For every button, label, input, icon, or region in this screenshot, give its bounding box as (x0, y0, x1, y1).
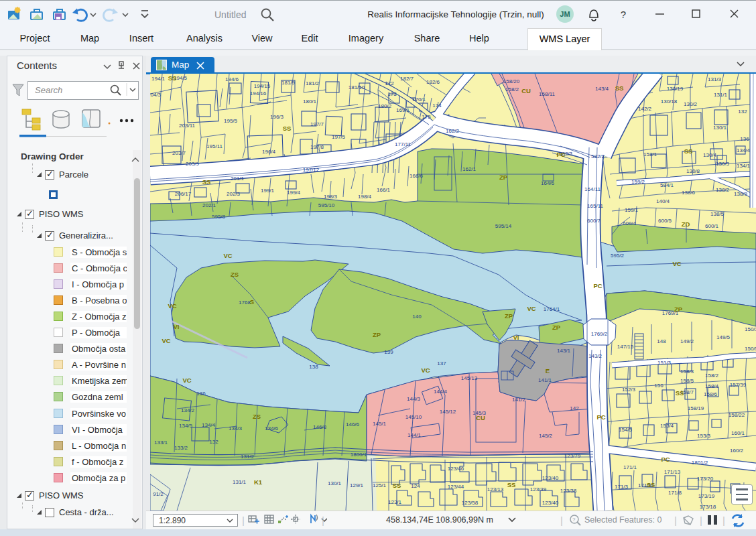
svg-text:147/15: 147/15 (617, 344, 634, 350)
svg-text:134/1: 134/1 (737, 163, 751, 169)
svg-text:Untitled: Untitled (214, 9, 246, 20)
svg-text:VI: VI (174, 323, 180, 330)
svg-text:123/58: 123/58 (462, 500, 479, 506)
svg-text:134/4: 134/4 (202, 422, 216, 428)
svg-text:JM: JM (560, 10, 570, 18)
svg-text:ZP: ZP (674, 306, 683, 313)
svg-text:160/1: 160/1 (731, 430, 745, 436)
svg-text:196/3: 196/3 (270, 114, 284, 120)
svg-text:SS: SS (507, 481, 516, 488)
svg-text:CU: CU (476, 414, 485, 421)
svg-text:159/1: 159/1 (625, 207, 639, 213)
svg-text:S: S (250, 298, 254, 306)
svg-text:123/79: 123/79 (564, 453, 581, 459)
svg-text:201/1: 201/1 (231, 176, 245, 182)
svg-text:595/2: 595/2 (611, 253, 625, 259)
svg-text:ZS: ZS (231, 271, 239, 278)
svg-text:197/12: 197/12 (303, 167, 320, 173)
svg-text:138/5: 138/5 (710, 211, 724, 217)
svg-text:91/2: 91/2 (153, 491, 164, 497)
svg-text:175: 175 (422, 114, 431, 120)
svg-text:SS: SS (647, 481, 655, 488)
svg-text:123/39: 123/39 (530, 486, 547, 492)
svg-text:197/7: 197/7 (310, 121, 324, 127)
svg-text:132: 132 (738, 109, 747, 115)
svg-text:PC: PC (593, 282, 602, 289)
svg-text:197/8: 197/8 (310, 144, 324, 150)
svg-text:130/19: 130/19 (667, 86, 684, 92)
svg-text:123/46: 123/46 (448, 466, 464, 472)
svg-text:145/12: 145/12 (440, 409, 456, 415)
svg-text:143/2: 143/2 (588, 353, 603, 359)
svg-text:133/2: 133/2 (174, 445, 188, 451)
svg-text:173/20: 173/20 (697, 476, 714, 482)
svg-text:145/10: 145/10 (405, 414, 422, 420)
svg-text:206/17: 206/17 (175, 191, 192, 197)
svg-text:VC: VC (182, 377, 191, 384)
svg-text:1768: 1768 (239, 299, 251, 306)
svg-text:134/6: 134/6 (265, 425, 279, 431)
svg-text:158/22: 158/22 (729, 412, 745, 418)
svg-text:SS: SS (684, 147, 693, 155)
svg-text:144/3: 144/3 (407, 396, 421, 402)
svg-text:180/1: 180/1 (303, 98, 317, 105)
svg-text:VC: VC (162, 337, 170, 344)
svg-text:584/1: 584/1 (660, 182, 674, 188)
svg-text:132: 132 (209, 439, 218, 445)
svg-text:595/14: 595/14 (495, 223, 512, 229)
svg-text:SS: SS (615, 84, 624, 92)
svg-text:1769/2: 1769/2 (591, 331, 608, 337)
svg-text:177/11: 177/11 (395, 141, 411, 147)
svg-text:203/9: 203/9 (186, 161, 200, 167)
svg-text:158/2: 158/2 (505, 86, 519, 92)
svg-text:123/40: 123/40 (542, 500, 559, 506)
svg-text:K1: K1 (254, 478, 263, 486)
svg-text:204/3: 204/3 (150, 92, 162, 98)
svg-text:SS: SS (168, 74, 177, 82)
svg-text:131/1: 131/1 (233, 479, 247, 485)
svg-text:199/1: 199/1 (261, 188, 275, 194)
svg-text:SS: SS (202, 178, 211, 186)
svg-text:139: 139 (384, 349, 393, 355)
svg-text:ZP: ZP (499, 174, 508, 181)
svg-text:600/7: 600/7 (587, 218, 601, 224)
svg-text:197/5: 197/5 (332, 134, 346, 140)
svg-text:VI: VI (513, 334, 519, 341)
svg-text:182/6: 182/6 (426, 79, 440, 85)
svg-text:129/1: 129/1 (350, 482, 364, 488)
svg-text:125/1: 125/1 (373, 482, 387, 488)
svg-text:154/5: 154/5 (619, 427, 633, 433)
svg-text:ZP: ZP (552, 324, 561, 331)
svg-text:173/18: 173/18 (700, 504, 716, 510)
svg-text:ZS: ZS (253, 413, 261, 420)
svg-text:181/9: 181/9 (281, 80, 296, 86)
svg-text:174: 174 (432, 103, 442, 109)
svg-text:138: 138 (309, 364, 318, 370)
svg-text:145/1: 145/1 (373, 421, 387, 427)
svg-text:142: 142 (570, 405, 579, 411)
svg-text:166/1: 166/1 (377, 187, 391, 193)
svg-text:138/6: 138/6 (682, 190, 696, 196)
svg-text:202/1: 202/1 (202, 202, 216, 208)
svg-text:153/4: 153/4 (660, 423, 674, 429)
svg-text:VC: VC (421, 366, 430, 374)
svg-text:158/3: 158/3 (680, 368, 694, 375)
svg-text:150/3: 150/3 (745, 326, 756, 332)
svg-text:158/20: 158/20 (503, 78, 520, 84)
svg-text:130/1: 130/1 (328, 480, 342, 486)
svg-text:134/5: 134/5 (179, 423, 193, 429)
svg-text:123/1: 123/1 (388, 499, 402, 505)
svg-text:171/8: 171/8 (668, 490, 682, 496)
svg-text:172: 172 (385, 80, 394, 86)
svg-text:130/1: 130/1 (713, 125, 727, 131)
svg-text:158/4: 158/4 (705, 383, 719, 389)
svg-text:130/4: 130/4 (703, 152, 717, 158)
svg-text:144/1: 144/1 (407, 432, 422, 438)
svg-text:138/2: 138/2 (716, 187, 730, 193)
svg-text:137: 137 (437, 360, 446, 366)
svg-text:195/11: 195/11 (206, 143, 223, 149)
svg-text:Realis Informacijske Tehnologi: Realis Informacijske Tehnologije (Trzin,… (367, 9, 544, 19)
svg-text:131/2: 131/2 (241, 454, 255, 460)
svg-text:199/4: 199/4 (287, 190, 301, 196)
svg-text:140: 140 (412, 314, 422, 320)
